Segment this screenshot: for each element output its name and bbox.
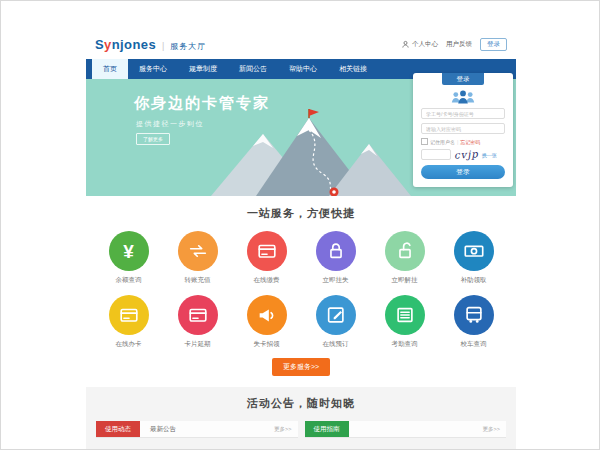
services-title: 一站服务，方便快捷 (86, 206, 516, 221)
remember-label: 记住用户名 (430, 139, 455, 145)
banknote-icon (454, 231, 494, 271)
panel-more-link[interactable]: 更多>> (274, 426, 297, 433)
panel-ribbon-tab[interactable]: 使用指南 (305, 421, 349, 437)
account-input[interactable] (421, 108, 505, 119)
service-item-0[interactable]: ¥余额查询 (94, 231, 163, 285)
page-container: Synjones | 服务大厅 个人中心 用户反馈 登录 首页服务中心规章制度新… (86, 29, 516, 450)
panel-header: 使用动态最新公告更多>> (96, 421, 298, 438)
service-item-10[interactable]: 考勤查询 (370, 295, 439, 349)
services-section: 一站服务，方便快捷 ¥余额查询转账充值在线缴费立即挂失立即解挂补助领取在线办卡卡… (86, 196, 516, 387)
lock-icon (316, 231, 356, 271)
header-actions: 个人中心 用户反馈 登录 (401, 38, 507, 51)
user-center-label: 个人中心 (412, 40, 438, 49)
service-item-8[interactable]: 失卡招领 (232, 295, 301, 349)
service-label: 在线预订 (323, 340, 349, 349)
person-icon (401, 40, 410, 49)
login-panel: 登录 记住用户名 | 忘记密码 cvjp 换一张 (413, 73, 513, 187)
service-item-1[interactable]: 转账充值 (163, 231, 232, 285)
site-header: Synjones | 服务大厅 个人中心 用户反馈 登录 (86, 29, 516, 59)
service-label: 补助领取 (461, 276, 487, 285)
service-item-3[interactable]: 立即挂失 (301, 231, 370, 285)
nav-item-5[interactable]: 相关链接 (328, 59, 378, 79)
megaphone-icon (247, 295, 287, 335)
unlock-icon (385, 231, 425, 271)
service-label: 考勤查询 (392, 340, 418, 349)
logo: Synjones | 服务大厅 (95, 37, 206, 52)
remember-divider: | (457, 139, 458, 145)
remember-row: 记住用户名 | 忘记密码 (421, 138, 505, 145)
page-frame: Synjones | 服务大厅 个人中心 用户反馈 登录 首页服务中心规章制度新… (0, 0, 600, 450)
service-label: 余额查询 (116, 276, 142, 285)
hero-banner: 你身边的卡管专家 提供捷径一步到位 了解更多 登录 (86, 79, 516, 196)
service-item-9[interactable]: 在线预订 (301, 295, 370, 349)
login-tab[interactable]: 登录 (442, 73, 484, 85)
hero-subtitle: 提供捷径一步到位 (136, 119, 204, 129)
captcha-row: cvjp 换一张 (421, 149, 505, 160)
header-login-button[interactable]: 登录 (480, 38, 507, 51)
service-item-4[interactable]: 立即解挂 (370, 231, 439, 285)
hero-cta-button[interactable]: 了解更多 (136, 133, 170, 145)
mountain-illustration (201, 108, 416, 196)
panel-header: 使用指南更多>> (305, 421, 507, 438)
site-name: 服务大厅 (170, 41, 206, 52)
service-label: 卡片延期 (185, 340, 211, 349)
card-icon (178, 295, 218, 335)
captcha-image[interactable]: cvjp (454, 148, 479, 161)
more-services-button[interactable]: 更多服务>> (272, 358, 330, 376)
forgot-password-link[interactable]: 忘记密码 (460, 139, 480, 145)
services-grid: ¥余额查询转账充值在线缴费立即挂失立即解挂补助领取在线办卡卡片延期失卡招领在线预… (86, 231, 516, 349)
edit-icon (316, 295, 356, 335)
logo-text: Synjones (95, 37, 156, 52)
panel-more-link[interactable]: 更多>> (483, 426, 506, 433)
service-label: 校车查询 (461, 340, 487, 349)
service-label: 失卡招领 (254, 340, 280, 349)
service-item-6[interactable]: 在线办卡 (94, 295, 163, 349)
service-item-2[interactable]: 在线缴费 (232, 231, 301, 285)
service-item-7[interactable]: 卡片延期 (163, 295, 232, 349)
service-label: 立即挂失 (323, 276, 349, 285)
logo-divider: | (162, 41, 164, 51)
announcement-panels: 使用动态最新公告更多>>使用指南更多>> (86, 421, 516, 438)
change-captcha-link[interactable]: 换一张 (482, 152, 497, 158)
password-input[interactable] (421, 123, 505, 134)
captcha-input[interactable] (421, 149, 451, 160)
login-submit-button[interactable]: 登录 (421, 165, 505, 179)
service-label: 在线办卡 (116, 340, 142, 349)
nav-item-4[interactable]: 帮助中心 (278, 59, 328, 79)
announcements-section: 活动公告，随时知晓 使用动态最新公告更多>>使用指南更多>> (86, 387, 516, 450)
card-icon (247, 231, 287, 271)
service-item-11[interactable]: 校车查询 (439, 295, 508, 349)
nav-item-1[interactable]: 服务中心 (128, 59, 178, 79)
announcement-panel-0: 使用动态最新公告更多>> (96, 421, 298, 438)
nav-item-3[interactable]: 新闻公告 (228, 59, 278, 79)
service-item-5[interactable]: 补助领取 (439, 231, 508, 285)
bus-icon (454, 295, 494, 335)
user-center-link[interactable]: 个人中心 (401, 40, 438, 49)
announcement-panel-1: 使用指南更多>> (305, 421, 507, 438)
feedback-link[interactable]: 用户反馈 (446, 40, 472, 49)
service-label: 转账充值 (185, 276, 211, 285)
announcements-title: 活动公告，随时知晓 (86, 396, 516, 411)
feedback-label: 用户反馈 (446, 40, 472, 49)
users-icon (448, 89, 478, 105)
transfer-icon (178, 231, 218, 271)
panel-secondary-tab[interactable]: 最新公告 (150, 425, 176, 434)
card-icon (109, 295, 149, 335)
yen-icon: ¥ (109, 231, 149, 271)
panel-ribbon-tab[interactable]: 使用动态 (96, 421, 140, 437)
service-label: 立即解挂 (392, 276, 418, 285)
list-icon (385, 295, 425, 335)
service-label: 在线缴费 (254, 276, 280, 285)
nav-item-2[interactable]: 规章制度 (178, 59, 228, 79)
nav-item-0[interactable]: 首页 (92, 59, 128, 79)
remember-checkbox[interactable] (421, 138, 428, 145)
